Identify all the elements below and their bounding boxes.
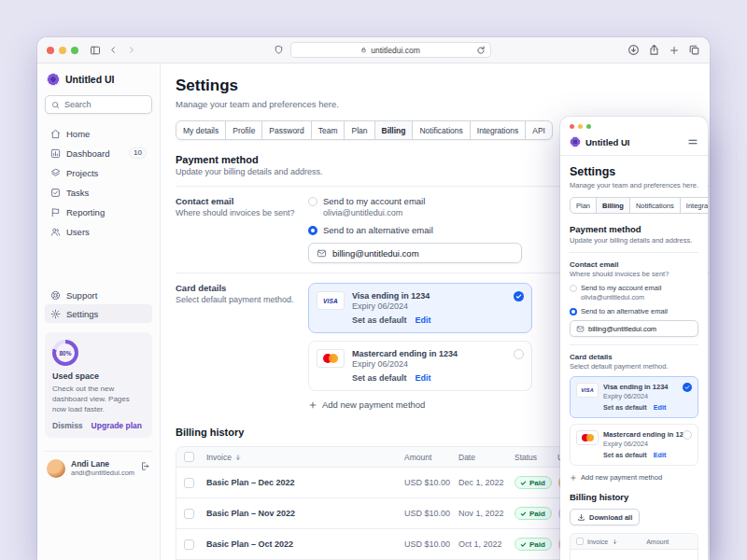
row-checkbox[interactable] xyxy=(184,478,194,488)
card-selected-radio[interactable] xyxy=(683,383,692,392)
address-bar[interactable]: untitledui.com xyxy=(290,42,491,58)
flag-icon xyxy=(50,207,61,217)
tab-billing[interactable]: Billing xyxy=(596,198,629,213)
share-icon[interactable] xyxy=(648,44,660,56)
billing-email-input[interactable]: billing@untitledui.com xyxy=(308,243,522,263)
downloads-icon[interactable] xyxy=(627,44,640,56)
add-payment-method-button[interactable]: Add new payment method xyxy=(570,473,698,482)
download-icon xyxy=(577,513,585,522)
url-text: untitledui.com xyxy=(371,46,419,55)
tab-team[interactable]: Team xyxy=(311,121,345,139)
set-default-link[interactable]: Set as default xyxy=(352,373,407,383)
radio-alternative-email[interactable] xyxy=(308,226,317,235)
tab-billing[interactable]: Billing xyxy=(374,121,413,139)
check-icon xyxy=(515,293,522,300)
set-default-link[interactable]: Set as default xyxy=(352,315,407,325)
tab-integrations[interactable]: Integrations xyxy=(470,121,525,139)
user-footer: Andi Lane andi@untitledui.com xyxy=(45,451,152,478)
card-selected-radio[interactable] xyxy=(514,291,524,301)
download-all-button[interactable]: Download all xyxy=(570,509,640,525)
billing-history-heading: Billing history xyxy=(570,492,698,502)
app-name: Untitled UI xyxy=(585,137,630,147)
radio-account-email[interactable] xyxy=(308,197,317,206)
radio-account-email[interactable] xyxy=(570,285,577,292)
dismiss-link[interactable]: Dismiss xyxy=(52,421,83,430)
edit-card-link[interactable]: Edit xyxy=(654,451,667,459)
check-icon xyxy=(520,511,527,517)
tab-my-details[interactable]: My details xyxy=(176,121,225,139)
row-checkbox[interactable] xyxy=(184,509,194,519)
logout-icon[interactable] xyxy=(140,461,150,471)
card-unselected-radio[interactable] xyxy=(683,430,692,440)
minimize-window-button[interactable] xyxy=(578,124,583,129)
app-name: Untitled UI xyxy=(65,74,115,85)
payment-card-visa[interactable]: VISA Visa ending in 1234 Expiry 06/2024 … xyxy=(308,283,532,333)
date-cell: Nov 1, 2022 xyxy=(458,509,514,518)
tab-password[interactable]: Password xyxy=(261,121,310,139)
reload-icon[interactable] xyxy=(476,46,486,55)
set-default-link[interactable]: Set as default xyxy=(603,451,647,459)
check-square-icon xyxy=(50,188,61,198)
sidebar-item-dashboard[interactable]: Dashboard 10 xyxy=(45,144,152,162)
browser-sidebar-icon[interactable] xyxy=(90,45,101,56)
set-default-link[interactable]: Set as default xyxy=(603,403,647,412)
edit-card-link[interactable]: Edit xyxy=(654,403,667,412)
close-window-button[interactable] xyxy=(570,124,574,129)
row-checkbox[interactable] xyxy=(184,539,194,550)
payment-method-subheading: Update your billing details and address. xyxy=(570,236,698,245)
sidebar-item-users[interactable]: Users xyxy=(45,222,152,241)
search-input[interactable]: Search xyxy=(45,95,152,114)
select-all-checkbox[interactable] xyxy=(576,538,584,545)
sidebar-item-support[interactable]: Support xyxy=(45,286,152,304)
add-payment-method-button[interactable]: Add new payment method xyxy=(308,399,532,410)
zoom-window-button[interactable] xyxy=(71,47,78,54)
upgrade-plan-link[interactable]: Upgrade plan xyxy=(92,421,142,430)
sidebar-item-projects[interactable]: Projects xyxy=(45,163,152,182)
forward-button[interactable] xyxy=(126,45,136,55)
sidebar-item-tasks[interactable]: Tasks xyxy=(45,183,152,202)
sidebar-item-reporting[interactable]: Reporting xyxy=(45,203,152,221)
status-badge: Paid xyxy=(514,476,552,489)
payment-card-mastercard[interactable]: Mastercard ending in 1234 Expiry 06/2024… xyxy=(308,341,532,391)
minimize-window-button[interactable] xyxy=(59,47,66,54)
radio-alternative-email[interactable] xyxy=(570,308,577,315)
tab-plan[interactable]: Plan xyxy=(571,198,596,213)
hamburger-menu-icon[interactable] xyxy=(687,136,698,147)
billing-email-input[interactable]: billing@untitledui.com xyxy=(570,320,698,337)
account-email-value: olivia@untitledui.com xyxy=(581,293,661,301)
privacy-shield-icon[interactable] xyxy=(274,45,284,55)
tab-profile[interactable]: Profile xyxy=(225,121,261,139)
column-invoice[interactable]: Invoice xyxy=(206,453,232,462)
tab-plan[interactable]: Plan xyxy=(344,121,374,139)
card-unselected-radio[interactable] xyxy=(514,349,524,359)
sort-arrow-down-icon[interactable] xyxy=(612,539,618,545)
tab-overview-icon[interactable] xyxy=(688,44,700,56)
zoom-window-button[interactable] xyxy=(586,124,591,129)
tab-integrations[interactable]: Integrations xyxy=(680,198,708,213)
user-avatar xyxy=(47,459,65,478)
mastercard-logo xyxy=(317,349,345,368)
back-button[interactable] xyxy=(108,45,119,55)
sort-arrow-down-icon[interactable] xyxy=(234,454,242,461)
new-tab-icon[interactable] xyxy=(669,45,680,56)
window-controls xyxy=(560,117,708,129)
card-details-label: Card details xyxy=(570,353,698,361)
page-title: Settings xyxy=(176,77,710,95)
tab-api[interactable]: API xyxy=(525,121,552,139)
alternative-email-option-label: Send to an alternative email xyxy=(581,307,668,315)
column-invoice[interactable]: Invoice xyxy=(587,539,608,545)
card-name: Visa ending in 1234 xyxy=(603,383,668,391)
sidebar-item-home[interactable]: Home xyxy=(45,124,152,143)
tab-notifications[interactable]: Notifications xyxy=(629,198,680,213)
edit-card-link[interactable]: Edit xyxy=(416,373,431,383)
amount-cell: USD $10.00 xyxy=(404,539,458,549)
payment-card-mastercard[interactable]: Mastercard ending in 1234 Expiry 06/2024… xyxy=(570,424,698,466)
card-details-label: Card details xyxy=(176,283,308,293)
sidebar-item-settings[interactable]: Settings xyxy=(45,304,152,323)
close-window-button[interactable] xyxy=(47,47,54,54)
payment-card-visa[interactable]: VISA Visa ending in 1234 Expiry 06/2024 … xyxy=(570,376,698,418)
tab-notifications[interactable]: Notifications xyxy=(412,121,469,139)
card-details-hint: Select default payment method. xyxy=(176,295,308,304)
edit-card-link[interactable]: Edit xyxy=(416,315,431,325)
select-all-checkbox[interactable] xyxy=(184,452,194,462)
